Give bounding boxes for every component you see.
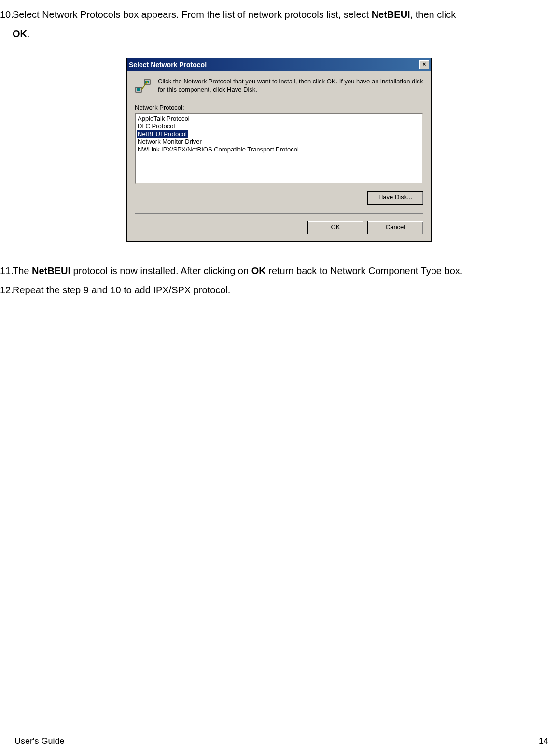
have-disk-button[interactable]: Have Disk... — [367, 191, 423, 205]
protocol-option[interactable]: NWLink IPX/SPX/NetBIOS Compatible Transp… — [137, 146, 421, 153]
step-12-number: 12. — [0, 280, 13, 300]
step-10-text-c: . — [27, 28, 30, 39]
network-protocol-listbox[interactable]: AppleTalk ProtocolDLC ProtocolNetBEUI Pr… — [135, 113, 423, 184]
step-11: 11.The NetBEUI protocol is now installed… — [0, 261, 558, 280]
svg-rect-1 — [137, 88, 140, 91]
network-protocol-label: Network Protocol: — [135, 104, 423, 111]
network-protocol-icon — [135, 78, 152, 95]
close-button[interactable]: × — [419, 60, 429, 69]
step-11-bold-ok: OK — [251, 265, 266, 276]
dialog-titlebar: Select Network Protocol × — [127, 58, 431, 71]
step-11-text-b: protocol is now installed. After clickin… — [70, 265, 251, 276]
step-12-text: Repeat the step 9 and 10 to add IPX/SPX … — [13, 285, 230, 295]
step-11-number: 11. — [0, 261, 13, 280]
select-network-protocol-dialog: Select Network Protocol × Click the Netw… — [126, 58, 432, 242]
step-12: 12.Repeat the step 9 and 10 to add IPX/S… — [0, 280, 558, 300]
step-10-number: 10. — [0, 5, 13, 24]
dialog-instruction-text: Click the Network Protocol that you want… — [158, 78, 423, 94]
step-11-text-c: return back to Network Component Type bo… — [266, 265, 463, 276]
protocol-option[interactable]: DLC Protocol — [137, 123, 421, 130]
dialog-title: Select Network Protocol — [129, 61, 207, 69]
protocol-option[interactable]: AppleTalk Protocol — [137, 115, 421, 123]
step-10: 10.Select Network Protocols box appears.… — [0, 5, 558, 43]
step-11-bold-netbeui: NetBEUI — [32, 265, 70, 276]
step-10-text-a: Select Network Protocols box appears. Fr… — [13, 9, 372, 20]
step-10-text-b: , then click — [410, 9, 456, 20]
cancel-button[interactable]: Cancel — [367, 221, 423, 234]
protocol-option[interactable]: Network Monitor Driver — [137, 138, 421, 146]
page-footer: User's Guide 14 — [0, 732, 558, 746]
step-10-bold-netbeui: NetBEUI — [372, 9, 410, 20]
footer-left: User's Guide — [14, 736, 64, 746]
step-10-bold-ok: OK — [13, 28, 27, 39]
ok-button[interactable]: OK — [307, 221, 363, 234]
footer-page-number: 14 — [539, 736, 548, 746]
step-11-text-a: The — [13, 265, 32, 276]
protocol-option[interactable]: NetBEUI Protocol — [137, 130, 188, 138]
